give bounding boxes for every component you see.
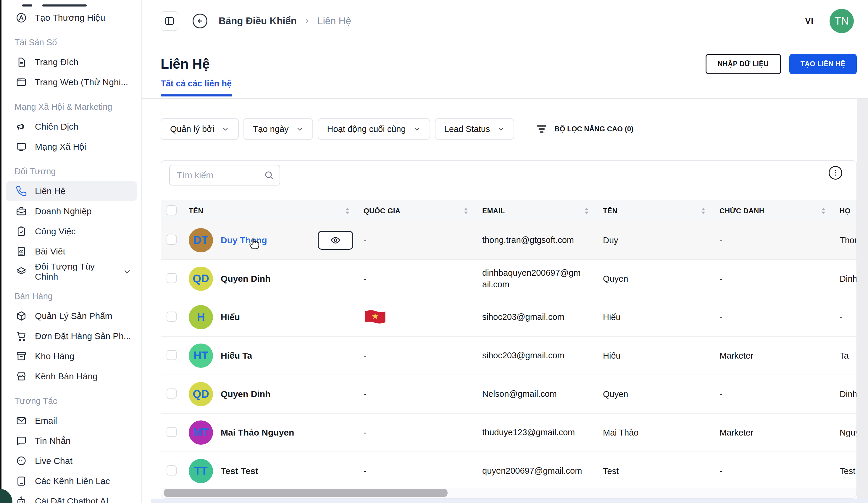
filter-dropdown-2[interactable]: Tạo ngày (244, 118, 313, 140)
search-icon (264, 170, 274, 181)
filter-dropdown-4[interactable]: Lead Status (435, 118, 515, 140)
sidebar-item-label: Liên Hệ (35, 186, 65, 196)
contact-name-link[interactable]: Hiếu Ta (221, 351, 252, 361)
sort-icon[interactable] (463, 207, 469, 215)
filter-bar: Quản lý bởi Tạo ngày Hoạt động cuối cùng… (161, 118, 633, 140)
contacts-table-card: TÊN QUỐC GIA EMAIL TÊN CHỨC DANH HỌ (161, 160, 857, 499)
breadcrumb-current: Liên Hệ (318, 16, 351, 27)
email-cell: dinhbaquyen200697@gmail.com (482, 267, 603, 290)
chevron-right-icon (303, 17, 311, 25)
sidebar-item-doi-tuong-tuy-chinh[interactable]: Đối Tượng Tùy Chỉnh (6, 261, 137, 282)
select-all-checkbox[interactable] (167, 205, 177, 215)
sidebar-section-header: Tài Sản Số (6, 32, 137, 52)
sidebar-item-label: Cài Đặt Chatbot AI (35, 496, 108, 503)
table-row[interactable]: QD Quyen Dinh - dinhbaquyen200697@gmail.… (161, 260, 857, 298)
email-cell: thong.tran@gtgsoft.com (482, 234, 603, 246)
advanced-filter-button[interactable]: BỘ LỌC NÂNG CAO (0) (536, 123, 633, 135)
sidebar-item-kenh-ban-hang[interactable]: Kênh Bán Hàng (6, 366, 137, 387)
sort-icon[interactable] (820, 207, 827, 215)
table-header: TÊN QUỐC GIA EMAIL TÊN CHỨC DANH HỌ (161, 200, 857, 221)
browser-icon (16, 76, 27, 88)
first-name-cell: Hiếu (603, 312, 720, 322)
row-checkbox[interactable] (167, 427, 177, 437)
horizontal-scrollbar[interactable] (161, 488, 857, 498)
sidebar-item-bai-viet[interactable]: Bài Viết (6, 242, 137, 261)
table-row[interactable]: QD Quyen Dinh - Nelson@gmail.com Quyen -… (161, 375, 857, 414)
sidebar-item-label: Trang Đích (35, 57, 79, 67)
sidebar-item-kho-hang[interactable]: Kho Hàng (6, 346, 137, 366)
briefcase-icon (16, 206, 27, 217)
sidebar-section-header: Tương Tác (6, 391, 137, 411)
first-name-cell: Quyen (603, 389, 720, 399)
table-row[interactable]: HT Hiếu Ta - sihoc203@gmail.com Hiếu Mar… (161, 337, 857, 375)
row-checkbox[interactable] (167, 311, 177, 322)
country-cell: - (364, 389, 482, 399)
row-checkbox[interactable] (167, 235, 177, 245)
sidebar-item-live-chat[interactable]: Live Chat (6, 451, 137, 471)
job-title-cell: Marketer (720, 351, 840, 361)
first-name-cell: Mai Thảo (603, 428, 720, 438)
sidebar-item-tao-thuong-hieu[interactable]: Tạo Thương Hiệu (6, 8, 137, 28)
sidebar-item-tin-nhan[interactable]: Tin Nhắn (6, 431, 137, 451)
filter-dropdown-1[interactable]: Quản lý bởi (161, 118, 239, 140)
view-contact-button[interactable] (318, 231, 353, 250)
table-row[interactable]: MT Mai Thảo Nguyen - thuduye123@gmail.co… (161, 414, 857, 452)
table-toolbar (161, 161, 857, 200)
sidebar-item-email[interactable]: Email (6, 411, 137, 431)
sidebar-item-quan-ly-san-pham[interactable]: Quản Lý Sản Phẩm (6, 306, 137, 326)
sidebar-item-chien-dich[interactable]: Chiến Dịch (6, 116, 137, 137)
sidebar-item-trang-web[interactable]: Trang Web (Thử Nghi... (6, 72, 137, 92)
sort-icon[interactable] (344, 207, 351, 215)
sidebar-item-cac-kenh-lien-lac[interactable]: Các Kênh Liên Lạc (6, 471, 137, 491)
tab-all-contacts[interactable]: Tất cả các liên hệ (161, 79, 232, 96)
filter-dropdown-3[interactable]: Hoạt động cuối cùng (318, 118, 430, 140)
sidebar-item-cong-viec[interactable]: Công Việc (6, 221, 137, 242)
bottom-strip (151, 499, 868, 503)
sort-icon[interactable] (700, 207, 706, 215)
sidebar-item-doanh-nghiep[interactable]: Doanh Nghiệp (6, 201, 137, 221)
country-cell: - (364, 274, 482, 284)
clipboard-check-icon (16, 226, 27, 237)
create-contact-button[interactable]: TẠO LIÊN HỆ (789, 54, 857, 74)
table-row[interactable]: DT Duy Thong - thong.tran@gtgsoft.com Du… (161, 221, 857, 260)
import-data-button[interactable]: NHẬP DỮ LIỆU (705, 54, 781, 74)
sidebar-item-trang-dich[interactable]: Trang Đích (6, 52, 137, 72)
contact-avatar: H (189, 305, 213, 329)
last-name-cell: Dinh (840, 389, 857, 399)
language-selector[interactable]: VI (805, 16, 814, 26)
first-name-cell: Duy (603, 236, 720, 245)
sidebar-item-cai-dat-chatbot-ai[interactable]: Cài Đặt Chatbot AI (6, 491, 137, 503)
sidebar-item-don-dat-hang-san-pham[interactable]: Đơn Đặt Hàng Sản Ph... (6, 326, 137, 346)
contact-name-link[interactable]: Quyen Dinh (221, 389, 270, 399)
email-cell: sihoc203@gmail.com (482, 350, 603, 361)
row-checkbox[interactable] (167, 465, 177, 475)
contact-name-link[interactable]: Test Test (221, 466, 258, 476)
contact-name-link[interactable]: Hiếu (221, 312, 240, 322)
row-checkbox[interactable] (167, 389, 177, 399)
back-button[interactable] (193, 14, 207, 28)
cart-icon (16, 330, 27, 342)
sort-icon[interactable] (583, 207, 590, 215)
more-options-button[interactable] (829, 166, 842, 179)
sidebar-toggle-button[interactable] (161, 11, 178, 31)
row-checkbox[interactable] (167, 350, 177, 360)
user-avatar[interactable]: TN (829, 9, 854, 33)
sidebar-item-label: Các Kênh Liên Lạc (35, 476, 110, 486)
table-row[interactable]: H Hiếu sihoc203@gmail.com Hiếu - - (161, 298, 857, 337)
last-name-cell: Thong (840, 236, 857, 245)
row-checkbox[interactable] (167, 273, 177, 283)
contact-avatar: QD (189, 382, 213, 406)
chevron-down-icon (296, 125, 303, 133)
column-header-firstname: TÊN (603, 207, 618, 215)
sidebar-item-lien-he[interactable]: Liên Hệ (6, 181, 137, 201)
breadcrumb-root[interactable]: Bảng Điều Khiển (219, 16, 297, 27)
contact-name-link[interactable]: Mai Thảo Nguyen (221, 428, 294, 438)
search-box (169, 165, 280, 185)
sidebar-item-mang-xa-hoi[interactable]: Mạng Xã Hội (6, 137, 137, 157)
table-row[interactable]: TT Test Test - quyen200697@gmail.com Tes… (161, 452, 857, 488)
scrollbar-thumb[interactable] (164, 489, 448, 497)
email-cell: quyen200697@gmail.com (482, 465, 603, 477)
contact-name-link[interactable]: Quyen Dinh (221, 274, 270, 284)
contact-name-link[interactable]: Duy Thong (221, 235, 267, 245)
search-input[interactable] (176, 170, 261, 181)
